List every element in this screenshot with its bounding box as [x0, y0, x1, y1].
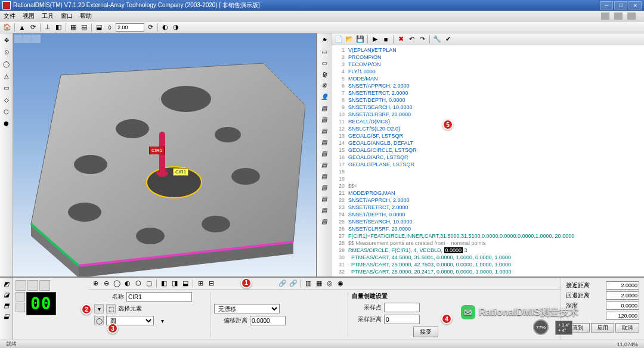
select-element-icon[interactable]: ▾ [94, 304, 104, 313]
close-button[interactable]: ✕ [628, 1, 642, 10]
refresh-icon[interactable]: ⟳ [145, 23, 155, 32]
new-icon[interactable]: 📄 [334, 35, 343, 44]
menu-tools[interactable]: 工具 [42, 12, 54, 20]
cube-icon[interactable]: ◧ [54, 23, 63, 32]
tool-icon[interactable]: ⬓ [94, 23, 104, 32]
page-icon[interactable]: ▤ [320, 194, 329, 203]
code-editor[interactable]: 1V(EPLAN)/E'TPLAN 2PRCOMP/ON 3TECOMP/ON … [332, 45, 644, 276]
depth-input[interactable] [606, 302, 639, 310]
axis-icon[interactable]: ⊥ [43, 23, 52, 32]
minimize-button[interactable]: ─ [600, 1, 613, 10]
undo-icon[interactable]: ↶ [407, 35, 416, 44]
page-icon[interactable]: ▤ [320, 205, 329, 215]
tool-icon[interactable]: ▥ [304, 279, 313, 288]
tool-icon[interactable]: 🔗 [278, 279, 287, 288]
tool-icon[interactable]: ▤ [79, 23, 89, 32]
tab-icon[interactable]: ◩ [1, 279, 11, 288]
tool-icon[interactable]: ⬡ [134, 279, 143, 288]
user-icon[interactable]: 👤 [320, 92, 329, 101]
viewport-tool-icon[interactable] [23, 35, 32, 43]
redo-icon[interactable]: ↷ [417, 35, 427, 44]
tool-icon[interactable]: ▭ [1, 82, 12, 93]
stop-icon[interactable]: ■ [381, 35, 391, 44]
sample-dist-input[interactable] [384, 315, 420, 324]
tool-icon[interactable]: ◉ [336, 279, 345, 288]
page-icon[interactable]: ▤ [320, 137, 329, 147]
probe-icon[interactable] [16, 280, 26, 291]
tab-icon[interactable]: ⬓ [1, 311, 11, 321]
tool-icon[interactable]: ◐ [160, 23, 170, 32]
pointer-icon[interactable]: ▲ [17, 23, 27, 32]
tool-icon[interactable]: ⬓ [181, 279, 190, 288]
home-icon[interactable]: 🏠 [2, 23, 12, 32]
tool-icon[interactable]: ⊖ [101, 279, 111, 288]
run-icon[interactable]: ▶ [370, 35, 380, 44]
tool-icon[interactable]: ⊙ [1, 46, 12, 57]
page-icon[interactable]: ▤ [320, 216, 329, 226]
page-icon[interactable]: ▤ [320, 160, 329, 169]
tool-icon[interactable]: ◯ [112, 279, 122, 288]
maximize-button[interactable]: ☐ [614, 1, 627, 10]
tool-icon[interactable]: ◇ [1, 94, 12, 105]
tool-icon[interactable]: ▦ [314, 279, 324, 288]
offset-mode-select[interactable]: 无漂移 [214, 304, 280, 313]
book-icon[interactable]: ▭ [320, 46, 329, 56]
page-icon[interactable]: ▤ [320, 171, 329, 181]
open-icon[interactable]: 📂 [345, 35, 354, 44]
page-icon[interactable]: ▤ [320, 182, 329, 192]
type-icon[interactable]: ◯ [94, 316, 104, 325]
tool-icon[interactable]: ◊ [105, 23, 114, 32]
flag-icon[interactable]: ⚑ [320, 35, 329, 45]
viewport-tool-icon[interactable] [14, 35, 23, 43]
page-icon[interactable]: ▤ [320, 148, 329, 158]
apply-button[interactable]: 应用 [591, 323, 615, 333]
tab-icon[interactable]: ◪ [1, 290, 11, 299]
tool-icon[interactable]: ◨ [170, 279, 179, 288]
save-icon[interactable]: 💾 [355, 35, 365, 44]
tool-icon[interactable]: ◎ [325, 279, 335, 288]
check-icon[interactable]: ✔ [443, 35, 453, 44]
book-icon[interactable]: ▭ [320, 58, 329, 67]
feature-label-yellow[interactable]: CIR1 [173, 168, 188, 176]
qat-icon[interactable] [614, 13, 623, 20]
tab-icon[interactable]: ⬒ [1, 300, 11, 310]
viewport-tool-icon[interactable] [32, 35, 41, 43]
dro-mode-icon[interactable] [16, 292, 25, 302]
probe-icon[interactable] [27, 280, 38, 291]
page-icon[interactable]: ▤ [320, 126, 329, 135]
tool-icon[interactable]: ⬢ [1, 118, 12, 129]
tool-icon[interactable]: ◐ [123, 279, 132, 288]
pick-icon[interactable]: ⬚ [106, 304, 116, 313]
retract-input[interactable] [606, 291, 639, 300]
tool-icon[interactable]: ⊕ [91, 279, 100, 288]
extra-input[interactable] [606, 312, 639, 320]
offset-dist-input[interactable] [250, 316, 286, 325]
viewport-3d[interactable]: CIR1 CIR1 [13, 33, 317, 276]
approach-input[interactable] [606, 281, 639, 290]
cancel-button[interactable]: 取消 [615, 323, 639, 333]
gear-icon[interactable]: ⚙ [320, 80, 329, 90]
toolbar-value-input[interactable] [116, 23, 144, 32]
page-icon[interactable]: ▤ [320, 114, 329, 124]
tool-icon[interactable]: ◧ [159, 279, 169, 288]
feature-label-red[interactable]: CIR1 [149, 147, 165, 154]
delete-icon[interactable]: ✖ [396, 35, 405, 44]
qat-icon[interactable] [627, 13, 636, 20]
menu-file[interactable]: 文件 [4, 12, 16, 20]
page-icon[interactable]: ▤ [320, 103, 329, 113]
bolt-icon[interactable]: ⧎ [320, 69, 329, 79]
tool-icon[interactable]: ◑ [171, 23, 181, 32]
menu-view[interactable]: 视图 [23, 12, 35, 20]
name-input[interactable] [126, 292, 192, 302]
tool-icon[interactable]: ◯ [1, 58, 12, 69]
accept-button[interactable]: 接受 [413, 327, 438, 337]
sample-points-input[interactable] [384, 303, 420, 312]
tool-icon[interactable]: 🔗 [289, 279, 298, 288]
menu-help[interactable]: 帮助 [80, 12, 92, 20]
menu-window[interactable]: 窗口 [61, 12, 73, 20]
tool-icon[interactable]: ⊟ [206, 279, 216, 288]
tool-icon[interactable]: ⬡ [1, 106, 12, 117]
tool-icon[interactable]: ▢ [144, 279, 154, 288]
tool-icon[interactable]: ▦ [69, 23, 78, 32]
probe-icon[interactable] [39, 280, 50, 291]
